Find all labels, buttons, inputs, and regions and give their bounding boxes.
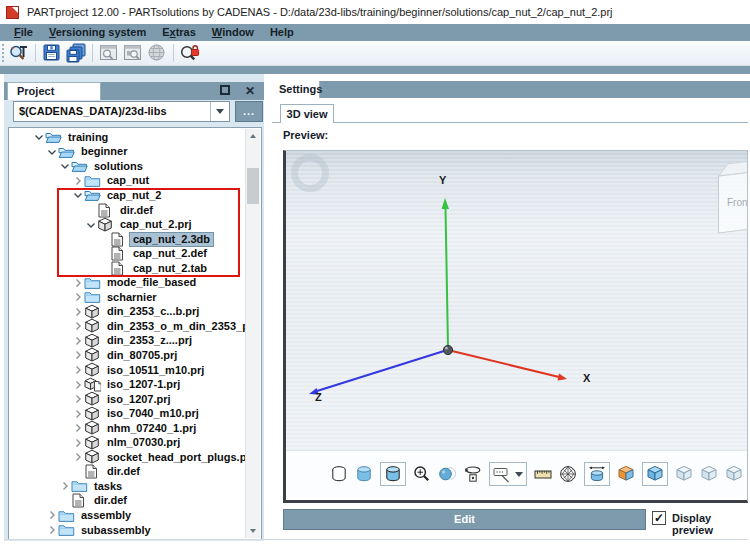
search-project-icon[interactable] xyxy=(8,42,30,64)
tree-item-din-2353-o-m-din-2353-p-r-[interactable]: din_2353_o_m_din_2353_p_r... xyxy=(9,319,245,334)
chevron-down-icon[interactable] xyxy=(60,161,71,171)
tree-item-cap-nut-2-def[interactable]: cap_nut_2.def xyxy=(9,246,245,261)
tree-item-din-80705-prj[interactable]: din_80705.prj xyxy=(9,348,245,363)
tree-item-label: cap_nut_2.3db xyxy=(130,233,213,246)
menu-item-window[interactable]: Window xyxy=(204,24,262,41)
tree-item-dir-def[interactable]: dir.def xyxy=(9,465,245,480)
search-lock-icon[interactable] xyxy=(179,42,201,64)
tree-item-cap-nut-2[interactable]: cap_nut_2 xyxy=(9,188,245,203)
chevron-right-icon[interactable] xyxy=(73,394,84,404)
tree-item-tasks[interactable]: tasks xyxy=(9,479,245,494)
mesh-sphere-icon[interactable] xyxy=(559,462,577,486)
tab-settings[interactable]: Settings xyxy=(272,81,320,98)
tree-item-din-2353-c-b-prj[interactable]: din_2353_c...b.prj xyxy=(9,305,245,320)
cube-view-3-icon[interactable] xyxy=(725,462,743,486)
cylinder-wireframe-icon[interactable] xyxy=(330,462,348,486)
tab-3d-view[interactable]: 3D view xyxy=(280,104,334,123)
tree-item-din-2353-z-prj[interactable]: din_2353_z....prj xyxy=(9,334,245,349)
browse-button[interactable]: ... xyxy=(235,101,263,122)
scroll-up-button[interactable] xyxy=(246,129,260,143)
cube-icon xyxy=(84,304,101,319)
scene-3d[interactable]: Y X Z Front xyxy=(286,151,747,450)
chevron-right-icon[interactable] xyxy=(47,525,58,535)
display-preview-checkbox[interactable]: ✓ xyxy=(652,511,666,525)
cube-view-1-icon[interactable] xyxy=(675,462,693,486)
tree-item-cap-nut-2-prj[interactable]: cap_nut_2.prj xyxy=(9,217,245,232)
combobox-dropdown-button[interactable] xyxy=(210,102,229,121)
chevron-right-icon[interactable] xyxy=(60,481,71,491)
tree-item-beginner[interactable]: beginner xyxy=(9,145,245,160)
tree-item-iso-1207-1-prj[interactable]: iso_1207-1.prj xyxy=(9,377,245,392)
tree-item-cap-nut-2-tab[interactable]: cap_nut_2.tab xyxy=(9,261,245,276)
chevron-right-icon[interactable] xyxy=(73,452,84,462)
tree-scrollbar[interactable] xyxy=(245,129,260,538)
chevron-right-icon[interactable] xyxy=(73,380,84,390)
file-icon xyxy=(97,203,114,218)
tree-item-nhm-07240-1-prj[interactable]: nhm_07240_1.prj xyxy=(9,421,245,436)
close-panel-icon[interactable]: ✕ xyxy=(242,82,258,100)
tree-item-iso-10511-m10-prj[interactable]: iso_10511_m10.prj xyxy=(9,363,245,378)
tree-item-dir-def[interactable]: dir.def xyxy=(9,203,245,218)
preview-window-alt-icon[interactable] xyxy=(122,42,144,64)
ruler-icon[interactable] xyxy=(534,462,552,486)
cube-view-2-icon[interactable] xyxy=(700,462,718,486)
menu-item-versioning-system[interactable]: Versioning system xyxy=(41,24,154,41)
chevron-right-icon[interactable] xyxy=(73,423,84,433)
chevron-right-icon[interactable] xyxy=(73,336,84,346)
chevron-down-icon[interactable] xyxy=(47,147,58,157)
dimension-dropdown-icon[interactable] xyxy=(489,462,527,486)
tree-item-dir-def[interactable]: dir.def xyxy=(9,494,245,509)
chevron-down-icon[interactable] xyxy=(34,132,45,142)
float-panel-icon[interactable] xyxy=(220,85,230,95)
data-path-combobox[interactable]: $(CADENAS_DATA)/23d-libs xyxy=(13,101,230,122)
cube-iso-icon[interactable] xyxy=(642,462,668,486)
tree-item-mode-file-based[interactable]: mode_file_based xyxy=(9,275,245,290)
chevron-right-icon[interactable] xyxy=(47,510,58,520)
tree-item-scharnier[interactable]: scharnier xyxy=(9,290,245,305)
tab-project-selection[interactable]: Project selection xyxy=(7,82,101,100)
orientation-cube-label: Front xyxy=(727,197,747,208)
tree-item-iso-7040-m10-prj[interactable]: iso_7040_m10.prj xyxy=(9,406,245,421)
chevron-down-icon[interactable] xyxy=(73,190,84,200)
chevron-right-icon[interactable] xyxy=(73,438,84,448)
section-box-icon[interactable] xyxy=(617,462,635,486)
chevron-right-icon[interactable] xyxy=(73,176,84,186)
menu-item-file[interactable]: File xyxy=(6,24,41,41)
cylinder-solid-icon[interactable] xyxy=(355,462,373,486)
chevron-right-icon[interactable] xyxy=(73,307,84,317)
cylinder-dimension-icon[interactable] xyxy=(584,462,610,486)
edit-button[interactable]: Edit xyxy=(283,509,646,530)
sphere-render-icon[interactable] xyxy=(438,462,457,486)
orientation-cube[interactable]: Front xyxy=(718,170,747,233)
tree-item-cap-nut[interactable]: cap_nut xyxy=(9,174,245,189)
tree-item-training[interactable]: training xyxy=(9,130,245,145)
save-all-icon[interactable] xyxy=(65,42,87,64)
web-globe-icon[interactable] xyxy=(146,42,168,64)
cylinder-solid-outline-icon[interactable] xyxy=(380,462,406,486)
scroll-down-button[interactable] xyxy=(246,524,260,538)
tree-item-cap-nut-2-3db[interactable]: cap_nut_2.3db xyxy=(9,232,245,247)
preview-3d-viewport[interactable]: Y X Z Front xyxy=(283,150,748,503)
tree-item-socket-head-port-plugs-prj[interactable]: socket_head_port_plugs.prj xyxy=(9,450,245,465)
chevron-right-icon[interactable] xyxy=(73,365,84,375)
chevron-right-icon[interactable] xyxy=(73,409,84,419)
chevron-down-icon[interactable] xyxy=(86,220,97,230)
menu-item-help[interactable]: Help xyxy=(262,24,302,41)
cube-icon xyxy=(84,363,101,378)
tree-item-subassembly[interactable]: subassembly xyxy=(9,523,245,538)
save-icon[interactable] xyxy=(41,42,63,64)
preview-window-icon[interactable] xyxy=(98,42,120,64)
chevron-right-icon[interactable] xyxy=(73,321,84,331)
tree-item-iso-1207-prj[interactable]: iso_1207.prj xyxy=(9,392,245,407)
chevron-right-icon[interactable] xyxy=(73,292,84,302)
scrollbar-thumb[interactable] xyxy=(247,168,259,204)
toolbar-grip[interactable] xyxy=(2,44,7,62)
rotate-view-icon[interactable] xyxy=(464,462,482,486)
chevron-right-icon[interactable] xyxy=(73,278,84,288)
tree-item-solutions[interactable]: solutions xyxy=(9,159,245,174)
tree-item-nlm-07030-prj[interactable]: nlm_07030.prj xyxy=(9,435,245,450)
zoom-icon[interactable] xyxy=(413,462,431,486)
tree-item-assembly[interactable]: assembly xyxy=(9,508,245,523)
menu-item-extras[interactable]: Extras xyxy=(154,24,204,41)
chevron-right-icon[interactable] xyxy=(73,350,84,360)
